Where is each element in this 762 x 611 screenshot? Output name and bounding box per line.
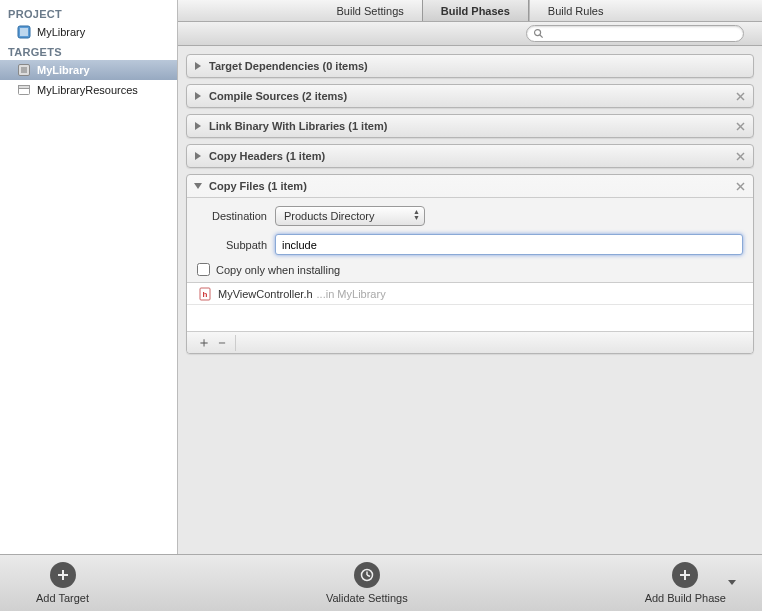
phase-title: Copy Headers (1 item) [209, 150, 325, 162]
disclosure-down-icon[interactable] [193, 181, 203, 191]
phase-copy-files-header[interactable]: Copy Files (1 item) [187, 175, 753, 197]
add-build-phase-label: Add Build Phase [645, 592, 726, 604]
svg-rect-5 [19, 86, 30, 89]
phase-compile-sources[interactable]: Compile Sources (2 items) [186, 84, 754, 108]
bundle-target-icon [16, 82, 32, 98]
remove-phase-icon[interactable] [733, 149, 747, 163]
disclosure-right-icon[interactable] [193, 61, 203, 71]
sidebar: PROJECT MyLibrary TARGETS MyLibrary MyLi… [0, 0, 178, 554]
validate-settings-label: Validate Settings [326, 592, 408, 604]
file-location: ...in MyLibrary [317, 288, 386, 300]
clock-circle-icon [354, 562, 380, 588]
content-area: Build Settings Build Phases Build Rules … [178, 0, 762, 554]
disclosure-right-icon[interactable] [193, 91, 203, 101]
select-arrows-icon: ▲▼ [413, 209, 420, 221]
destination-select[interactable]: Products Directory ▲▼ [275, 206, 425, 226]
add-remove-bar: ＋ － [187, 331, 753, 353]
copy-files-list: h MyViewController.h ...in MyLibrary [187, 282, 753, 331]
plus-circle-icon [50, 562, 76, 588]
project-section-header: PROJECT [0, 4, 177, 22]
target-item-label: MyLibrary [37, 64, 90, 76]
search-bar [178, 22, 762, 46]
search-input[interactable] [547, 28, 737, 40]
project-item-label: MyLibrary [37, 26, 85, 38]
target-item-mylibraryresources[interactable]: MyLibraryResources [0, 80, 177, 100]
project-item[interactable]: MyLibrary [0, 22, 177, 42]
svg-line-27 [367, 575, 370, 577]
svg-marker-8 [195, 62, 201, 70]
svg-rect-1 [20, 28, 28, 36]
disclosure-right-icon[interactable] [193, 151, 203, 161]
target-item-label: MyLibraryResources [37, 84, 138, 96]
disclosure-right-icon[interactable] [193, 121, 203, 131]
svg-rect-3 [21, 67, 27, 73]
validate-settings-button[interactable]: Validate Settings [326, 562, 408, 604]
header-file-icon: h [197, 286, 213, 302]
phase-title: Link Binary With Libraries (1 item) [209, 120, 387, 132]
svg-marker-9 [195, 92, 201, 100]
xcode-project-icon [16, 24, 32, 40]
subpath-input[interactable] [275, 234, 743, 255]
svg-line-7 [540, 35, 543, 38]
target-item-mylibrary[interactable]: MyLibrary [0, 60, 177, 80]
phase-title: Copy Files (1 item) [209, 180, 307, 192]
targets-section-header: TARGETS [0, 42, 177, 60]
svg-marker-18 [194, 183, 202, 189]
remove-phase-icon[interactable] [733, 179, 747, 193]
remove-file-button[interactable]: － [213, 335, 231, 351]
add-target-button[interactable]: Add Target [36, 562, 89, 604]
tab-bar: Build Settings Build Phases Build Rules [178, 0, 762, 22]
phase-link-binary[interactable]: Link Binary With Libraries (1 item) [186, 114, 754, 138]
tab-build-settings[interactable]: Build Settings [319, 0, 422, 21]
file-list-empty-area [187, 305, 753, 331]
build-phases-list: Target Dependencies (0 items) Compile So… [178, 46, 762, 354]
search-field[interactable] [526, 25, 744, 42]
tab-build-rules[interactable]: Build Rules [529, 0, 622, 21]
copy-only-checkbox[interactable] [197, 263, 210, 276]
file-row[interactable]: h MyViewController.h ...in MyLibrary [187, 283, 753, 305]
search-icon [533, 28, 544, 39]
svg-marker-12 [195, 122, 201, 130]
copy-only-label: Copy only when installing [216, 264, 340, 276]
remove-phase-icon[interactable] [733, 119, 747, 133]
file-name: MyViewController.h [218, 288, 313, 300]
add-target-label: Add Target [36, 592, 89, 604]
phase-copy-headers[interactable]: Copy Headers (1 item) [186, 144, 754, 168]
add-file-button[interactable]: ＋ [195, 335, 213, 351]
subpath-label: Subpath [197, 239, 267, 251]
footer-bar: Add Target Validate Settings Add Build P… [0, 555, 762, 611]
destination-label: Destination [197, 210, 267, 222]
svg-marker-15 [195, 152, 201, 160]
svg-point-6 [535, 30, 541, 36]
remove-phase-icon[interactable] [733, 89, 747, 103]
phase-title: Compile Sources (2 items) [209, 90, 347, 102]
tab-build-phases[interactable]: Build Phases [422, 0, 529, 21]
phase-title: Target Dependencies (0 items) [209, 60, 368, 72]
divider [235, 335, 236, 351]
destination-value: Products Directory [284, 210, 374, 222]
svg-text:h: h [203, 290, 208, 299]
phase-target-dependencies[interactable]: Target Dependencies (0 items) [186, 54, 754, 78]
framework-target-icon [16, 62, 32, 78]
phase-copy-files: Copy Files (1 item) Destination Products… [186, 174, 754, 354]
plus-circle-icon [672, 562, 698, 588]
add-build-phase-button[interactable]: Add Build Phase [645, 562, 726, 604]
